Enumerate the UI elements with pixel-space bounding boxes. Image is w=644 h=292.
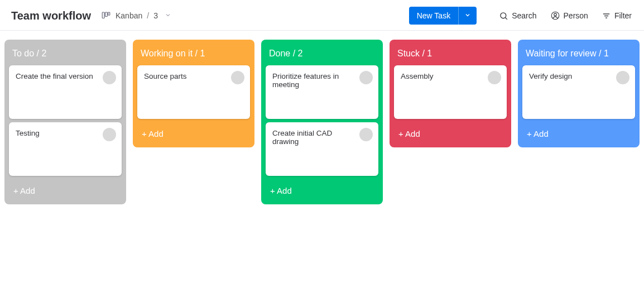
task-title: Testing xyxy=(16,129,115,137)
kanban-board: To do / 2 Create the final version Testi… xyxy=(0,31,644,218)
svg-point-3 xyxy=(501,12,506,18)
task-card[interactable]: Verify design xyxy=(522,65,635,119)
task-title: Verify design xyxy=(529,72,628,80)
task-title: Create initial CAD drawing xyxy=(272,129,372,146)
add-task-button[interactable]: + Add xyxy=(266,179,378,202)
svg-point-6 xyxy=(554,13,556,16)
task-card[interactable]: Create the final version xyxy=(9,65,122,119)
column-working: Working on it / 1 Source parts + Add xyxy=(133,40,254,147)
view-switcher[interactable]: Kanban / 3 xyxy=(101,11,171,21)
column-title: Working on it xyxy=(141,49,193,58)
view-label: Kanban xyxy=(116,11,142,20)
svg-rect-0 xyxy=(102,12,104,18)
chevron-down-icon xyxy=(464,12,471,20)
assignee-avatar[interactable] xyxy=(103,128,116,141)
person-filter-button[interactable]: Person xyxy=(549,8,589,23)
column-title: Done xyxy=(269,49,290,58)
column-title: Stuck xyxy=(397,49,420,58)
app-header: Team workflow Kanban / 3 New Task xyxy=(0,0,644,31)
task-card[interactable]: Prioritize features in meeting xyxy=(266,65,378,119)
assignee-avatar[interactable] xyxy=(103,71,116,84)
task-card[interactable]: Assembly xyxy=(394,65,507,119)
search-icon xyxy=(499,11,508,21)
column-title: To do xyxy=(12,49,34,58)
new-task-group: New Task xyxy=(409,7,477,25)
column-header[interactable]: Working on it / 1 xyxy=(137,45,250,65)
task-title: Assembly xyxy=(401,72,500,80)
add-task-button[interactable]: + Add xyxy=(394,122,507,145)
column-todo: To do / 2 Create the final version Testi… xyxy=(4,40,126,204)
column-title: Waiting for review xyxy=(526,49,597,58)
column-header[interactable]: Stuck / 1 xyxy=(394,45,507,65)
assignee-avatar[interactable] xyxy=(359,128,373,141)
search-label: Search xyxy=(512,11,536,20)
view-sep: / xyxy=(147,11,149,20)
view-count: 3 xyxy=(153,11,158,20)
column-count: 1 xyxy=(427,49,432,58)
assignee-avatar[interactable] xyxy=(359,71,373,84)
new-task-button[interactable]: New Task xyxy=(409,7,458,25)
filter-label: Filter xyxy=(614,11,632,20)
chevron-down-icon xyxy=(165,11,171,20)
person-icon xyxy=(550,11,560,21)
column-stuck: Stuck / 1 Assembly + Add xyxy=(390,40,511,147)
assignee-avatar[interactable] xyxy=(488,71,501,84)
column-count: 2 xyxy=(41,49,46,58)
column-done: Done / 2 Prioritize features in meeting … xyxy=(261,40,383,204)
add-task-button[interactable]: + Add xyxy=(9,179,122,202)
column-header[interactable]: Waiting for review / 1 xyxy=(522,45,635,65)
task-card[interactable]: Create initial CAD drawing xyxy=(266,122,378,176)
person-label: Person xyxy=(564,11,588,20)
kanban-icon xyxy=(101,11,111,21)
task-title: Source parts xyxy=(144,72,243,80)
column-waiting: Waiting for review / 1 Verify design + A… xyxy=(518,40,640,147)
filter-button[interactable]: Filter xyxy=(600,9,633,23)
board-title: Team workflow xyxy=(11,9,91,22)
new-task-dropdown[interactable] xyxy=(458,7,477,25)
search-button[interactable]: Search xyxy=(498,9,537,23)
assignee-avatar[interactable] xyxy=(231,71,244,84)
svg-rect-1 xyxy=(105,12,108,17)
column-header[interactable]: Done / 2 xyxy=(266,45,378,65)
task-title: Prioritize features in meeting xyxy=(272,72,372,89)
filter-icon xyxy=(602,11,611,21)
column-header[interactable]: To do / 2 xyxy=(9,45,122,65)
assignee-avatar[interactable] xyxy=(616,71,629,84)
task-card[interactable]: Testing xyxy=(9,122,122,176)
column-count: 2 xyxy=(298,49,303,58)
add-task-button[interactable]: + Add xyxy=(522,122,635,145)
task-card[interactable]: Source parts xyxy=(137,65,250,119)
column-count: 1 xyxy=(604,49,609,58)
add-task-button[interactable]: + Add xyxy=(137,122,250,145)
svg-line-4 xyxy=(506,17,507,19)
task-title: Create the final version xyxy=(16,72,115,80)
svg-rect-2 xyxy=(108,12,110,15)
column-count: 1 xyxy=(200,49,205,58)
